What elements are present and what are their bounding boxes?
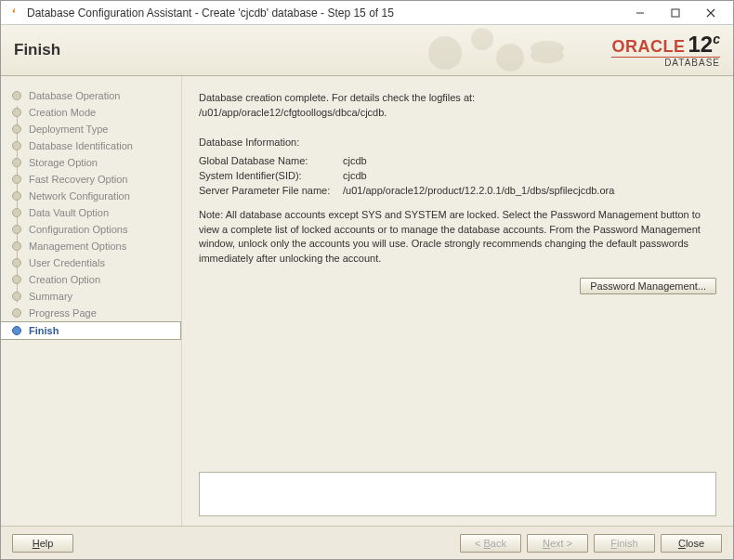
step-item-management-options: Management Options: [1, 238, 181, 254]
svg-point-6: [496, 44, 524, 72]
window-controls: [631, 4, 720, 22]
spfile-value: /u01/app/oracle12/product/12.2.0.1/db_1/…: [343, 184, 614, 199]
close-button[interactable]: [701, 4, 720, 22]
step-label: Progress Page: [29, 307, 97, 319]
back-label-pre: <: [475, 538, 483, 549]
oracle-logo: ORACLE 12c DATABASE: [611, 33, 720, 68]
step-bullet-icon: [12, 124, 21, 134]
global-name-label: Global Database Name:: [199, 154, 343, 169]
step-label: Summary: [29, 291, 72, 302]
step-bullet-icon: [12, 141, 21, 150]
step-item-storage-option: Storage Option: [1, 154, 181, 171]
logo-subtitle: DATABASE: [611, 57, 720, 68]
titlebar: Database Configuration Assistant - Creat…: [1, 1, 733, 25]
step-bullet-icon: [12, 91, 21, 100]
step-label: Fast Recovery Option: [29, 174, 127, 185]
step-item-database-identification: Database Identification: [1, 137, 181, 154]
log-output-box[interactable]: [199, 472, 716, 516]
step-item-progress-page: Progress Page: [1, 305, 181, 321]
step-item-creation-option: Creation Option: [1, 271, 181, 288]
completion-message: Database creation complete. For details …: [199, 91, 716, 106]
step-bullet-icon: [12, 326, 21, 335]
step-sidebar: Database OperationCreation ModeDeploymen…: [1, 76, 182, 526]
step-label: Deployment Type: [29, 124, 108, 135]
back-button: < Back: [460, 534, 521, 553]
java-icon: [7, 6, 21, 20]
page-title: Finish: [14, 41, 60, 59]
step-label: Network Configuration: [29, 190, 130, 202]
logo-brand: ORACLE: [611, 37, 685, 56]
window-title: Database Configuration Assistant - Creat…: [27, 7, 631, 20]
step-label: User Credentials: [29, 257, 105, 268]
step-bullet-icon: [12, 241, 21, 251]
header-decoration: [417, 25, 575, 76]
step-label: Database Identification: [29, 140, 133, 151]
step-bullet-icon: [12, 208, 21, 217]
content-panel: Database creation complete. For details …: [182, 76, 733, 526]
spfile-label: Server Parameter File name:: [199, 184, 343, 199]
step-item-deployment-type: Deployment Type: [1, 121, 181, 137]
info-row-sid: System Identifier(SID): cjcdb: [199, 169, 716, 184]
step-bullet-icon: [12, 275, 21, 284]
global-name-value: cjcdb: [343, 154, 367, 169]
db-info-table: Global Database Name: cjcdb System Ident…: [199, 154, 716, 199]
help-label-rest: elp: [40, 538, 54, 549]
sid-value: cjcdb: [343, 169, 367, 184]
step-item-database-operation: Database Operation: [1, 87, 181, 104]
step-item-user-credentials: User Credentials: [1, 254, 181, 271]
step-bullet-icon: [12, 175, 21, 184]
step-item-configuration-options: Configuration Options: [1, 221, 181, 238]
main-area: Database OperationCreation ModeDeploymen…: [1, 76, 733, 526]
password-management-button[interactable]: Password Management...: [580, 278, 716, 294]
info-row-global-name: Global Database Name: cjcdb: [199, 154, 716, 169]
step-bullet-icon: [12, 258, 21, 267]
minimize-button[interactable]: [631, 4, 649, 22]
step-label: Creation Mode: [29, 107, 96, 118]
help-button[interactable]: Help: [12, 534, 73, 553]
step-label: Management Options: [29, 241, 126, 252]
svg-point-8: [531, 48, 564, 63]
step-bullet-icon: [12, 158, 21, 167]
svg-point-5: [471, 28, 493, 50]
step-bullet-icon: [12, 292, 21, 301]
next-button: Next >: [527, 534, 588, 553]
step-label: Data Vault Option: [29, 207, 109, 218]
svg-point-4: [428, 36, 462, 70]
step-item-fast-recovery-option: Fast Recovery Option: [1, 171, 181, 188]
svg-rect-1: [672, 9, 679, 17]
step-label: Creation Option: [29, 274, 100, 285]
step-label: Configuration Options: [29, 224, 127, 235]
footer: Help < Back Next > Finish Close: [1, 526, 733, 559]
info-row-spfile: Server Parameter File name: /u01/app/ora…: [199, 184, 716, 199]
step-bullet-icon: [12, 191, 21, 201]
step-bullet-icon: [12, 308, 21, 318]
step-item-network-configuration: Network Configuration: [1, 188, 181, 204]
logo-version: 12c: [688, 32, 721, 57]
step-label: Storage Option: [29, 157, 98, 168]
header: Finish ORACLE 12c DATABASE: [1, 25, 733, 76]
sid-label: System Identifier(SID):: [199, 169, 343, 184]
step-label: Database Operation: [29, 90, 120, 101]
step-item-creation-mode: Creation Mode: [1, 104, 181, 121]
finish-button: Finish: [594, 534, 655, 553]
db-info-header: Database Information:: [199, 136, 716, 150]
step-bullet-icon: [12, 225, 21, 234]
step-bullet-icon: [12, 108, 21, 117]
note-text: Note: All database accounts except SYS a…: [199, 208, 716, 267]
step-list: Database OperationCreation ModeDeploymen…: [1, 87, 181, 340]
step-item-summary: Summary: [1, 288, 181, 305]
log-path: /u01/app/oracle12/cfgtoollogs/dbca/cjcdb…: [199, 106, 716, 121]
step-item-data-vault-option: Data Vault Option: [1, 204, 181, 221]
step-label: Finish: [29, 325, 59, 336]
close-button-footer[interactable]: Close: [661, 534, 722, 553]
maximize-button[interactable]: [666, 4, 685, 22]
step-item-finish: Finish: [1, 321, 181, 340]
